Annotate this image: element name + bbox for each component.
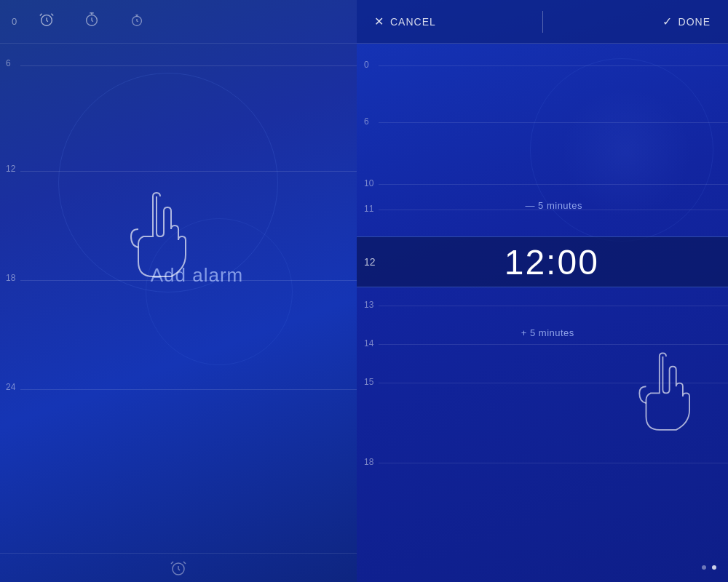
tick-line-6 [20,65,357,66]
right-tick-18: 18 [364,457,373,467]
done-check-icon: ✓ [662,15,673,28]
tick-label-24: 24 [6,382,15,392]
right-tick-line-14 [379,344,728,345]
left-bottom-bar [0,553,357,582]
tick-label-18: 18 [6,273,15,283]
right-tick-0: 0 [364,60,369,70]
right-tick-line-6 [379,122,728,123]
time-picker-scroll[interactable]: 0 6 10 11 — 5 minutes 12 12:00 13 14 15 … [357,44,728,582]
done-button[interactable]: ✓ DONE [543,15,729,28]
stopwatch-icon[interactable] [129,12,145,31]
left-header: 0 [0,0,357,44]
minus-5-minutes[interactable]: — 5 minutes [525,200,582,211]
tick-label-6: 6 [6,58,11,68]
right-bottom-bar [357,553,728,582]
right-tick-15: 15 [364,377,373,387]
cancel-button[interactable]: ✕ CANCEL [357,15,542,28]
right-tick-line-13 [379,306,728,306]
right-tick-13: 13 [364,300,373,310]
pointing-hand-right [626,349,706,444]
pointing-hand-left [116,189,204,291]
cancel-label: CANCEL [390,16,436,28]
right-tick-line-18 [379,463,728,463]
selected-time-row[interactable]: 12 12:00 [357,236,728,287]
tick-line-12 [20,171,357,172]
right-tick-line-10 [379,184,728,185]
pagination-dot-2 [712,565,716,570]
done-label: DONE [678,16,711,28]
left-header-icons [39,12,345,31]
right-panel: ✕ CANCEL ✓ DONE 0 6 10 11 — 5 minutes 12… [357,0,728,582]
selected-hour-label: 12 [364,256,376,268]
left-panel: 0 [0,0,357,582]
timer-icon[interactable] [84,12,100,31]
tick-label-12: 12 [6,164,15,174]
right-tick-line-0 [379,65,728,66]
add-alarm-text: Add alarm [151,264,244,287]
pagination-dot-1 [702,565,706,570]
right-tick-14: 14 [364,338,373,348]
bottom-alarm-icon [170,559,187,577]
right-tick-11: 11 [364,204,373,214]
cancel-x-icon: ✕ [374,15,384,28]
left-timeline: 6 12 18 24 Add alarm [0,44,357,582]
right-header: ✕ CANCEL ✓ DONE [357,0,728,44]
selected-time-display: 12:00 [376,242,728,282]
right-tick-10: 10 [364,178,373,188]
alarm-clock-icon[interactable] [39,12,55,31]
tick-line-18 [20,280,357,281]
plus-5-minutes[interactable]: + 5 minutes [521,327,574,338]
tick-line-24 [20,389,357,390]
left-header-number: 0 [12,16,17,27]
right-tick-6: 6 [364,116,369,127]
